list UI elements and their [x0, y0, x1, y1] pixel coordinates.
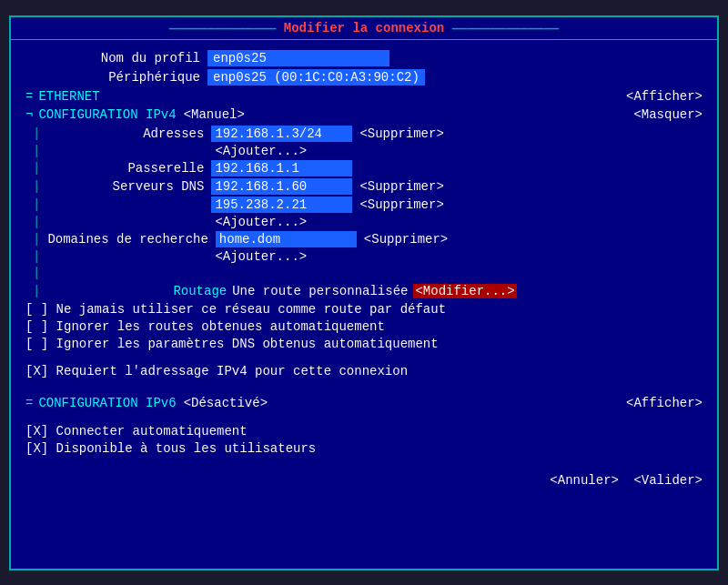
pipe-ajouter2: |	[33, 215, 40, 229]
ipv4-action[interactable]: <Masquer>	[633, 107, 703, 122]
spacer-after-check3	[25, 354, 703, 361]
routage-action[interactable]: <Modifier...>	[413, 284, 516, 298]
pipe-dns2: |	[33, 197, 40, 212]
ajouter2-link[interactable]: <Ajouter...>	[215, 215, 307, 229]
pipe-domaines: |	[33, 232, 40, 247]
periph-input[interactable]: enp0s25 (00:1C:C0:A3:90:C2)	[207, 69, 425, 86]
disponible-text: [X] Disponible à tous les utilisateurs	[25, 441, 316, 456]
adresses-label: Adresses	[47, 126, 211, 141]
dns1-row: | Serveurs DNS 192.168.1.60 <Supprimer>	[25, 178, 703, 195]
ajouter1-link[interactable]: <Ajouter...>	[215, 144, 307, 158]
domaines-label: Domaines de recherche	[47, 232, 215, 247]
nom-input[interactable]: enp0s25	[207, 50, 389, 66]
dns1-value[interactable]: 192.168.1.60	[211, 178, 352, 195]
passerelle-value[interactable]: 192.168.1.1	[211, 160, 352, 177]
profile-periph-row: Périphérique enp0s25 (00:1C:C0:A3:90:C2)	[25, 69, 703, 86]
ipv6-sign: =	[25, 396, 33, 410]
ethernet-action[interactable]: <Afficher>	[626, 89, 703, 104]
dns2-action[interactable]: <Supprimer>	[359, 197, 443, 212]
valider-button[interactable]: <Valider>	[633, 473, 703, 488]
adresses-action[interactable]: <Supprimer>	[359, 126, 443, 141]
pipe-routage: |	[33, 284, 40, 298]
dns2-row: | 195.238.2.21 <Supprimer>	[25, 197, 703, 213]
title-text: Modifier la connexion	[284, 21, 444, 35]
check3-text: [ ] Ignorer les paramètres DNS obtenus a…	[25, 337, 439, 351]
empty-pipe: |	[25, 266, 703, 280]
routage-label: Routage	[173, 284, 227, 298]
domaines-action[interactable]: <Supprimer>	[364, 232, 448, 247]
auto-connect-text: [X] Connecter automatiquement	[25, 424, 248, 439]
ipv6-title: CONFIGURATION IPv6	[38, 396, 176, 410]
spacer-after-ipv6	[25, 414, 703, 421]
annuler-button[interactable]: <Annuler>	[550, 473, 619, 488]
nom-label: Nom du profil	[25, 51, 207, 66]
terminal-window: Modifier la connexion Nom du profil enp0…	[9, 15, 719, 570]
ipv4-mode[interactable]: <Manuel>	[184, 107, 245, 122]
adresses-value[interactable]: 192.168.1.3/24	[211, 126, 352, 142]
title-bar: Modifier la connexion	[11, 17, 717, 40]
pipe-adresses: |	[33, 126, 40, 141]
domaines-value[interactable]: home.dom	[216, 231, 357, 247]
domaines-row: | Domaines de recherche home.dom <Suppri…	[25, 231, 703, 247]
adresses-row: | Adresses 192.168.1.3/24 <Supprimer>	[25, 126, 703, 142]
routage-text: Une route personnalisée	[232, 284, 408, 298]
check2-text: [ ] Ignorer les routes obtenues automati…	[25, 319, 385, 334]
pipe-dns1: |	[33, 179, 40, 194]
ipv6-mode[interactable]: <Désactivé>	[184, 396, 268, 410]
pipe-passerelle: |	[33, 161, 40, 176]
check1-text: [ ] Ne jamais utiliser ce réseau comme r…	[25, 302, 446, 317]
ethernet-title: ETHERNET	[38, 89, 99, 104]
auto-connect-row[interactable]: [X] Connecter automatiquement	[25, 424, 703, 439]
check3-row[interactable]: [ ] Ignorer les paramètres DNS obtenus a…	[25, 337, 703, 351]
profile-nom-row: Nom du profil enp0s25	[25, 50, 703, 66]
dns2-value[interactable]: 195.238.2.21	[211, 197, 352, 213]
passerelle-row: | Passerelle 192.168.1.1	[25, 160, 703, 177]
ipv4-section: ¬ CONFIGURATION IPv4 <Manuel> <Masquer>	[25, 107, 703, 122]
pipe-ajouter3: |	[33, 249, 40, 264]
routage-row: | Routage Une route personnalisée <Modif…	[25, 284, 703, 298]
ethernet-sign: =	[25, 89, 33, 104]
ipv6-section: = CONFIGURATION IPv6 <Désactivé> <Affich…	[25, 396, 703, 410]
ipv4-title: CONFIGURATION IPv4	[38, 107, 176, 122]
disponible-row[interactable]: [X] Disponible à tous les utilisateurs	[25, 441, 703, 456]
periph-label: Périphérique	[25, 70, 207, 85]
bottom-actions: <Annuler> <Valider>	[11, 466, 717, 495]
ipv4-sign: ¬	[25, 107, 33, 122]
ethernet-section: = ETHERNET <Afficher>	[25, 89, 703, 104]
ajouter3-link[interactable]: <Ajouter...>	[215, 249, 307, 264]
pipe-ajouter1: |	[33, 144, 40, 158]
dns-label: Serveurs DNS	[47, 179, 211, 194]
ajouter1-row: | <Ajouter...>	[25, 144, 703, 158]
check1-row[interactable]: [ ] Ne jamais utiliser ce réseau comme r…	[25, 302, 703, 317]
ipv6-action[interactable]: <Afficher>	[626, 396, 703, 410]
check4-row[interactable]: [X] Requiert l'adressage IPv4 pour cette…	[25, 364, 703, 378]
check4-text: [X] Requiert l'adressage IPv4 pour cette…	[25, 364, 408, 378]
spacer-before-ipv6	[25, 381, 703, 392]
check2-row[interactable]: [ ] Ignorer les routes obtenues automati…	[25, 319, 703, 334]
dns1-action[interactable]: <Supprimer>	[359, 179, 443, 194]
ajouter2-row: | <Ajouter...>	[25, 215, 703, 229]
ajouter3-row: | <Ajouter...>	[25, 249, 703, 264]
passerelle-label: Passerelle	[47, 161, 211, 176]
